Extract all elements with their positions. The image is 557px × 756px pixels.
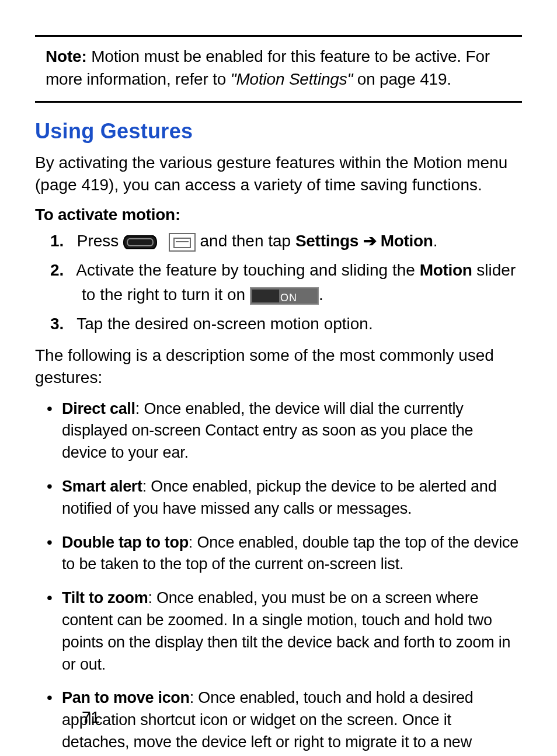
step1-period: . (433, 232, 438, 250)
procedure-subhead: To activate motion: (35, 205, 522, 224)
step1-motion: Motion (381, 232, 433, 250)
note-label: Note: (46, 47, 87, 65)
list-item: Double tap to top: Once enabled, double … (35, 531, 522, 576)
note-box: Note: Motion must be enabled for this fe… (35, 35, 522, 103)
step1-settings: Settings (295, 232, 358, 250)
arrow-text: ➔ (358, 232, 381, 250)
note-reference: "Motion Settings" (231, 70, 353, 88)
note-body-2: on page 419. (353, 70, 451, 88)
note-text: Note: Motion must be enabled for this fe… (35, 45, 522, 90)
menu-button-icon (169, 233, 196, 252)
gesture-bullet-list: Direct call: Once enabled, the device wi… (35, 397, 522, 756)
bullet-term: Smart alert (62, 478, 142, 495)
step-3: Tap the desired on-screen motion option. (39, 312, 522, 336)
on-toggle-icon: ON (250, 287, 319, 305)
manual-page: Note: Motion must be enabled for this fe… (0, 0, 557, 756)
list-item: Smart alert: Once enabled, pickup the de… (35, 475, 522, 520)
gestures-intro: The following is a description some of t… (35, 344, 522, 389)
bullet-term: Direct call (62, 400, 135, 417)
list-item: Direct call: Once enabled, the device wi… (35, 397, 522, 464)
page-number: 71 (82, 708, 100, 727)
bullet-term: Pan to move icon (62, 689, 190, 706)
section-title: Using Gestures (35, 119, 522, 144)
step2-before: Activate the feature by touching and sli… (76, 261, 419, 279)
step-list: Press ➔ and then tap Settings ➔ Motion. … (35, 229, 522, 336)
step2-motion: Motion (420, 261, 472, 279)
step1-andthentap: and then tap (196, 232, 295, 250)
step-1: Press ➔ and then tap Settings ➔ Motion. (39, 229, 522, 253)
step2-period: . (319, 285, 323, 304)
bullet-term: Double tap to top (62, 534, 189, 551)
bullet-term: Tilt to zoom (62, 589, 148, 607)
home-button-icon (123, 235, 157, 249)
step1-press: Press (77, 232, 123, 250)
list-item: Pan to move icon: Once enabled, touch an… (35, 686, 522, 756)
list-item: Tilt to zoom: Once enabled, you must be … (35, 586, 522, 675)
step3-text: Tap the desired on-screen motion option. (76, 315, 373, 333)
step-2: Activate the feature by touching and sli… (39, 258, 522, 307)
section-intro: By activating the various gesture featur… (35, 152, 522, 196)
